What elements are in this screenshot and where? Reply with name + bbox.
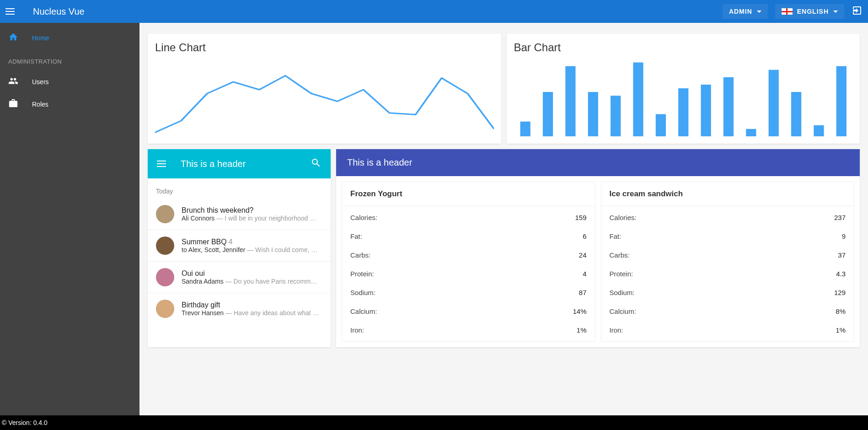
- sidebar-item-home[interactable]: Home: [0, 27, 139, 49]
- sidebar-item-label: Users: [32, 78, 49, 86]
- chart-title: Bar Chart: [514, 41, 853, 54]
- bar-chart: [514, 59, 853, 136]
- list-title: Brunch this weekend?: [182, 206, 322, 215]
- topbar-left: Nucleus Vue: [5, 6, 85, 17]
- nutrition-subcard: Frozen YogurtCalories:159Fat:6Carbs:24Pr…: [342, 182, 595, 342]
- home-icon: [8, 32, 18, 43]
- svg-rect-9: [723, 77, 733, 136]
- menu-icon[interactable]: [157, 158, 168, 169]
- svg-rect-5: [633, 63, 643, 137]
- line-chart-card: Line Chart: [148, 34, 501, 144]
- sidebar-section-label: ADMINISTRATION: [0, 49, 139, 70]
- svg-rect-6: [655, 114, 665, 136]
- sidebar-item-users[interactable]: Users: [0, 70, 139, 93]
- svg-rect-8: [701, 85, 711, 136]
- svg-rect-4: [611, 96, 621, 136]
- menu-icon[interactable]: [5, 6, 16, 17]
- messages-card: This is a header Today Brunch this weeke…: [148, 149, 331, 347]
- nutrition-subcard-title: Ice cream sandwich: [601, 182, 854, 206]
- nutrition-row: Fat:9: [601, 227, 854, 246]
- bar-chart-card: Bar Chart: [507, 34, 860, 144]
- chevron-down-icon: [833, 11, 838, 13]
- sidebar: Home ADMINISTRATION Users Roles: [0, 23, 139, 415]
- list-text: Oui oui Sandra Adams — Do you have Paris…: [182, 269, 322, 285]
- chart-title: Line Chart: [155, 41, 494, 54]
- svg-rect-14: [836, 66, 846, 136]
- avatar: [156, 268, 174, 286]
- svg-rect-2: [565, 66, 575, 136]
- sidebar-item-label: Roles: [32, 101, 48, 108]
- list-item[interactable]: Birthday gift Trevor Hansen — Have any i…: [148, 293, 331, 324]
- avatar: [156, 205, 174, 223]
- svg-rect-7: [678, 88, 688, 136]
- logout-icon[interactable]: [852, 5, 863, 18]
- nutrition-row: Calories:159: [342, 208, 595, 227]
- sidebar-item-roles[interactable]: Roles: [0, 93, 139, 115]
- messages-header: This is a header: [148, 149, 331, 178]
- list-title: Summer BBQ4: [182, 238, 322, 246]
- nutrition-subcard-title: Frozen Yogurt: [342, 182, 595, 206]
- topbar: Nucleus Vue ADMIN ENGLISH: [0, 0, 868, 23]
- svg-rect-0: [520, 122, 530, 136]
- users-icon: [8, 76, 18, 87]
- nutrition-subcard: Ice cream sandwichCalories:237Fat:9Carbs…: [601, 182, 855, 342]
- nutrition-row: Protein:4.3: [601, 264, 854, 283]
- svg-rect-11: [768, 70, 778, 136]
- list-title: Birthday gift: [182, 301, 322, 309]
- avatar: [156, 300, 174, 318]
- list-section-label: Today: [148, 184, 331, 199]
- nutrition-card: This is a header Frozen YogurtCalories:1…: [336, 149, 860, 347]
- list-text: Summer BBQ4 to Alex, Scott, Jennifer — W…: [182, 238, 322, 253]
- nutrition-header: This is a header: [336, 149, 860, 176]
- topbar-right: ADMIN ENGLISH: [723, 4, 863, 19]
- main-content: Line Chart Bar Chart This is a header To…: [139, 23, 868, 415]
- line-chart: [155, 59, 494, 136]
- brand-title: Nucleus Vue: [33, 6, 85, 17]
- nutrition-row: Calcium:14%: [342, 302, 595, 321]
- nutrition-row: Iron:1%: [342, 321, 595, 339]
- list-text: Birthday gift Trevor Hansen — Have any i…: [182, 301, 322, 317]
- list-title: Oui oui: [182, 269, 322, 278]
- list-item[interactable]: Brunch this weekend? Ali Connors — I wil…: [148, 199, 331, 230]
- svg-rect-3: [588, 92, 598, 136]
- user-dropdown-label: ADMIN: [729, 8, 752, 15]
- nutrition-row: Carbs:24: [342, 246, 595, 264]
- search-icon[interactable]: [311, 157, 321, 170]
- flag-england-icon: [782, 8, 793, 15]
- list-subtitle: to Alex, Scott, Jennifer — Wish I could …: [182, 246, 322, 253]
- sidebar-item-label: Home: [32, 34, 49, 42]
- nutrition-row: Fat:6: [342, 227, 595, 246]
- list-text: Brunch this weekend? Ali Connors — I wil…: [182, 206, 322, 222]
- svg-rect-13: [814, 125, 824, 136]
- nutrition-row: Iron:1%: [601, 321, 854, 339]
- language-dropdown-label: ENGLISH: [797, 8, 829, 15]
- list-subtitle: Sandra Adams — Do you have Paris recomm…: [182, 278, 322, 285]
- list-item[interactable]: Summer BBQ4 to Alex, Scott, Jennifer — W…: [148, 230, 331, 262]
- language-dropdown[interactable]: ENGLISH: [775, 4, 844, 19]
- messages-header-title: This is a header: [181, 159, 298, 169]
- svg-rect-10: [746, 129, 756, 136]
- nutrition-row: Carbs:37: [601, 246, 854, 264]
- svg-rect-12: [791, 92, 801, 136]
- list-subtitle: Trevor Hansen — Have any ideas about wha…: [182, 309, 322, 317]
- nutrition-row: Sodium:129: [601, 283, 854, 302]
- nutrition-row: Protein:4: [342, 264, 595, 283]
- briefcase-icon: [8, 98, 18, 110]
- chevron-down-icon: [757, 11, 761, 13]
- list-item[interactable]: Oui oui Sandra Adams — Do you have Paris…: [148, 262, 331, 293]
- avatar: [156, 236, 174, 255]
- list-subtitle: Ali Connors — I will be in your neighbor…: [182, 215, 322, 222]
- user-dropdown[interactable]: ADMIN: [723, 4, 768, 19]
- nutrition-row: Sodium:87: [342, 283, 595, 302]
- nutrition-row: Calories:237: [601, 208, 854, 227]
- svg-rect-1: [542, 92, 552, 136]
- nutrition-row: Calcium:8%: [601, 302, 854, 321]
